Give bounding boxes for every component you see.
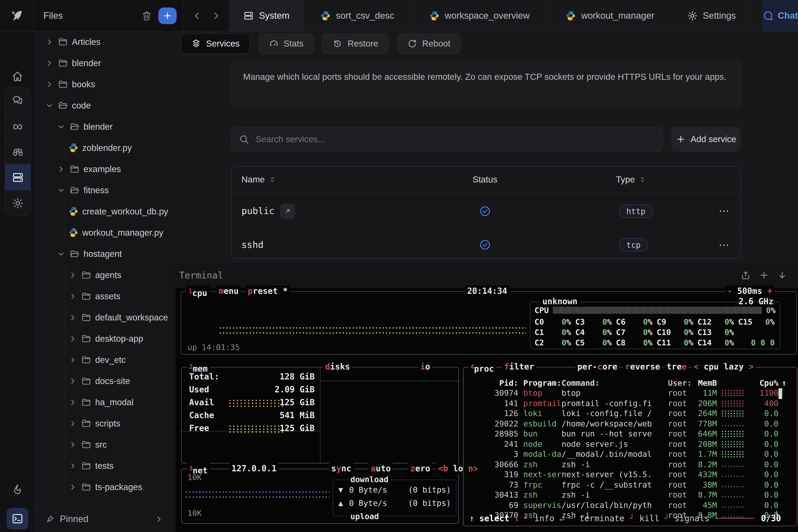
plus-icon xyxy=(676,134,686,144)
folder-open-icon xyxy=(70,121,80,132)
proc-percore-button[interactable]: per-core xyxy=(575,361,620,372)
tree-item-scripts[interactable]: scripts xyxy=(35,413,173,434)
btop-proc-title[interactable]: 4proc xyxy=(469,361,496,374)
forward-button[interactable] xyxy=(208,7,224,24)
sidebar-item-system[interactable] xyxy=(5,165,30,190)
open-service-link[interactable] xyxy=(280,204,295,218)
tree-item-examples[interactable]: examples xyxy=(35,158,173,179)
btop-preset-button[interactable]: preset * xyxy=(246,286,290,296)
proc-sort-selector[interactable]: < cpu lazy > xyxy=(691,361,756,372)
net-auto-button[interactable]: auto xyxy=(369,463,393,474)
process-row-node[interactable]: 241nodenode server.jsroot208M0.0 xyxy=(469,439,791,449)
process-row-supervis[interactable]: 69supervis/usr/local/bin/pythroot45M0.0 xyxy=(469,500,791,510)
tab-sort_csv_desc[interactable]: sort_csv_desc xyxy=(304,0,411,31)
proc-reverse-button[interactable]: reverse xyxy=(623,361,662,372)
row-menu-button[interactable]: ⋯ xyxy=(715,201,735,221)
terminal-icon xyxy=(11,512,23,525)
process-row-bun[interactable]: 28985bunbun run --hot serveroot646M0.0 xyxy=(469,429,791,439)
tree-item-assets[interactable]: assets xyxy=(35,286,173,307)
tree-item-tests[interactable]: tests xyxy=(35,455,173,476)
tree-item-Articles[interactable]: Articles xyxy=(35,31,173,52)
process-row-esbuild[interactable]: 29022esbuild/home/workspace/webroot778M0… xyxy=(469,419,791,429)
tree-item-hostagent[interactable]: hostagent xyxy=(35,243,173,264)
tree-item-create_workout_db.py[interactable]: create_workout_db.py xyxy=(35,201,173,222)
tab-workout_manager[interactable]: workout_manager xyxy=(548,0,672,31)
tree-item-blender[interactable]: blender xyxy=(35,52,173,74)
button-label: Reboot xyxy=(422,39,450,49)
tree-item-default_workspace[interactable]: default_workspace xyxy=(35,307,173,328)
reboot-button[interactable]: Reboot xyxy=(397,33,461,54)
terminal-collapse-button[interactable] xyxy=(773,266,791,284)
btop-menu-button[interactable]: menu xyxy=(216,286,241,296)
search-services-input[interactable] xyxy=(231,127,663,152)
tree-item-agents[interactable]: agents xyxy=(35,264,173,286)
tree-item-label: fitness xyxy=(83,185,109,195)
new-file-button[interactable] xyxy=(158,7,177,24)
chev-right-icon xyxy=(45,80,54,89)
tab-system[interactable]: System xyxy=(230,0,304,31)
process-row-loki[interactable]: 126lokiloki -config.file /root264M0.0 xyxy=(469,408,791,419)
restore-button[interactable]: Restore xyxy=(322,33,388,54)
process-row-frpc[interactable]: 73frpcfrpc -c /__substratroot38M0.0 xyxy=(469,480,791,490)
btop-interval-control[interactable]: - 500ms + xyxy=(725,286,774,296)
app-logo[interactable] xyxy=(0,0,34,31)
net-zero-button[interactable]: zero xyxy=(408,463,432,474)
terminal-popout-button[interactable] xyxy=(737,266,755,284)
tree-item-blender[interactable]: blender xyxy=(35,116,173,137)
delete-file-button[interactable] xyxy=(137,6,156,25)
tab-settings[interactable]: Settings xyxy=(672,0,751,31)
gear-icon xyxy=(687,10,698,21)
sidebar-item-settings[interactable] xyxy=(5,190,30,216)
stats-button[interactable]: Stats xyxy=(258,33,314,54)
tree-item-code[interactable]: code xyxy=(35,95,173,116)
proc-filter-button[interactable]: filter xyxy=(502,361,536,372)
tree-item-fitness[interactable]: fitness xyxy=(35,179,173,201)
sidebar-item-chats[interactable] xyxy=(5,87,30,113)
service-type-badge: http xyxy=(619,204,652,217)
column-header-name[interactable]: Name xyxy=(242,174,277,185)
process-row-promtail[interactable]: 141promtailpromtail -config.firoot206M40… xyxy=(469,398,791,408)
tree-item-ts-packages[interactable]: ts-packages xyxy=(35,476,173,497)
btop-disks-title[interactable]: disks xyxy=(323,361,352,372)
btop-cpu-title[interactable]: 1cpu xyxy=(187,286,209,299)
tree-item-books[interactable]: books xyxy=(35,74,173,95)
tree-item-desktop-app[interactable]: desktop-app xyxy=(35,328,173,349)
sidebar-item-explore[interactable] xyxy=(5,139,30,165)
sidebar-item-automations[interactable]: ∞ xyxy=(5,113,30,139)
terminal-new-tab-button[interactable] xyxy=(755,266,773,284)
download-row: ▼ 0 Byte/s (0 bitps) xyxy=(338,485,451,494)
service-row-public[interactable]: publichttp⋯ xyxy=(231,193,740,229)
process-row-btop[interactable]: 30974btopbtoproot11M1100 xyxy=(469,388,791,398)
tree-item-dev_etc[interactable]: dev_etc xyxy=(35,349,173,370)
services-button[interactable]: Services xyxy=(181,33,250,54)
net-sync-button[interactable]: sync xyxy=(329,463,353,474)
proc-tree-button[interactable]: tree xyxy=(665,361,689,372)
btop-io-title[interactable]: io xyxy=(418,361,432,372)
tree-item-workout_manager.py[interactable]: workout_manager.py xyxy=(35,222,173,243)
process-row-zsh[interactable]: 30666zshzsh -iroot8.2M0.0 xyxy=(469,459,791,470)
process-row-modal-da[interactable]: 3modal-da/__modal/.bin/modalroot1.7M0.0 xyxy=(469,449,791,459)
row-menu-button[interactable]: ⋯ xyxy=(715,235,735,255)
tab-chat[interactable]: Chat xyxy=(763,0,798,31)
tree-item-docs-site[interactable]: docs-site xyxy=(35,370,173,392)
tree-item-label: examples xyxy=(83,164,121,174)
tree-item-src[interactable]: src xyxy=(35,434,173,455)
add-service-button[interactable]: Add service xyxy=(671,127,741,152)
terminal-screen[interactable]: 1cpu menu preset * 20:14:34 - 500ms + up… xyxy=(176,288,798,532)
process-row-next-ser[interactable]: 319next-sernext-server (v15.5.root432M0.… xyxy=(469,470,791,480)
back-button[interactable] xyxy=(189,7,205,24)
service-row-sshd[interactable]: sshdtcp⋯ xyxy=(231,229,740,259)
tree-item-ha_modal[interactable]: ha_modal xyxy=(35,392,173,413)
proc-scrollbar[interactable] xyxy=(778,388,782,518)
tab-workspace_overview[interactable]: workspace_overview xyxy=(411,0,548,31)
process-row-zsh[interactable]: 30413zshzsh -iroot8.7M0.0 xyxy=(469,490,791,500)
core-C10: C100% xyxy=(657,327,693,337)
sidebar-item-terminal[interactable] xyxy=(6,508,28,530)
tree-item-label: ha_modal xyxy=(95,397,133,407)
pinned-section[interactable]: Pinned xyxy=(35,506,173,532)
sidebar-item-activity[interactable] xyxy=(6,479,28,500)
sidebar-item-home[interactable] xyxy=(6,66,28,87)
tree-item-zoblender.py[interactable]: zoblender.py xyxy=(35,137,173,158)
column-header-type[interactable]: Type xyxy=(616,174,646,185)
history-nav xyxy=(184,0,230,31)
